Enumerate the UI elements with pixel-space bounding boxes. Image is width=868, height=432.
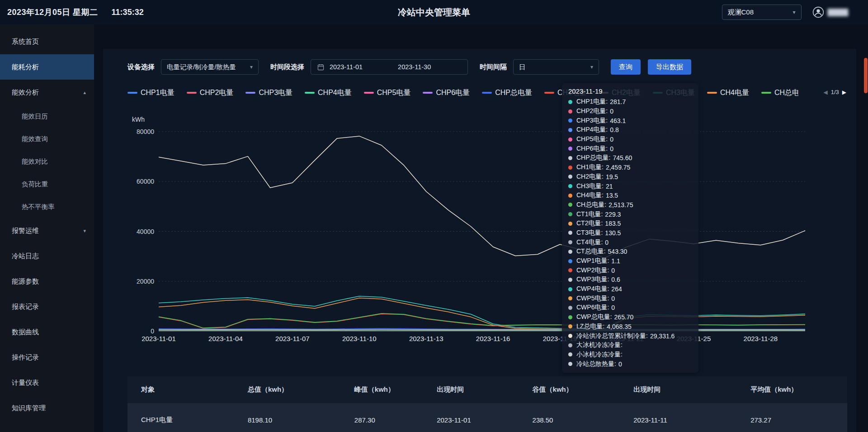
legend-item-chp4[interactable]: CHP4电量 bbox=[305, 88, 352, 98]
legend-item-chp6[interactable]: CHP6电量 bbox=[423, 88, 470, 98]
series-dot-icon bbox=[568, 362, 572, 366]
svg-text:2023-11-01: 2023-11-01 bbox=[142, 335, 176, 342]
sidebar-item-station-log[interactable]: 冷站日志 bbox=[0, 243, 94, 269]
sidebar-item-label: 能效查询 bbox=[22, 135, 48, 143]
sidebar-item-label: 数据曲线 bbox=[12, 328, 39, 337]
series-line-icon bbox=[761, 92, 771, 94]
legend-item-chp3[interactable]: CHP3电量 bbox=[245, 88, 292, 98]
line-chart[interactable]: kWh 0200004000060000800002023-11-012023-… bbox=[103, 117, 856, 347]
sidebar-item-label: 报表记录 bbox=[12, 303, 39, 311]
column-header: 出现时间 bbox=[633, 385, 750, 394]
sidebar-item-operation-records[interactable]: 操作记录 bbox=[0, 345, 94, 370]
sidebar-item-report-records[interactable]: 报表记录 bbox=[0, 294, 94, 319]
svg-text:20000: 20000 bbox=[137, 278, 154, 285]
user-account[interactable]: █████. bbox=[812, 6, 849, 18]
legend-pager-text: 1/3 bbox=[831, 89, 839, 95]
series-line-icon bbox=[245, 92, 255, 94]
svg-text:0: 0 bbox=[151, 328, 154, 335]
column-header: 谷值（kwh） bbox=[533, 385, 634, 394]
chevron-up-icon: ▴ bbox=[83, 90, 86, 95]
sidebar-item-home[interactable]: 系统首页 bbox=[0, 29, 94, 54]
current-time: 11:35:32 bbox=[112, 8, 144, 17]
interval-select-value: 日 bbox=[519, 63, 526, 71]
series-line-icon bbox=[305, 92, 315, 94]
sidebar-group-alarm-ops[interactable]: 报警运维▾ bbox=[0, 218, 94, 243]
sidebar-item-efficiency-compare[interactable]: 能效对比 bbox=[0, 150, 94, 173]
legend-item-ch1[interactable]: CH1电量 bbox=[544, 88, 586, 98]
sidebar-item-label: 操作记录 bbox=[12, 353, 39, 362]
series-line-icon bbox=[482, 92, 492, 94]
table-cell: 273.27 bbox=[750, 416, 834, 424]
sidebar-item-heat-imbalance[interactable]: 热不平衡率 bbox=[0, 195, 94, 218]
svg-text:60000: 60000 bbox=[137, 178, 154, 185]
column-header: 平均值（kwh） bbox=[750, 385, 834, 394]
sidebar-item-label: 能耗分析 bbox=[12, 63, 39, 71]
period-select-label: 时间段选择 bbox=[270, 63, 304, 71]
sidebar-item-label: 能效日历 bbox=[22, 112, 48, 121]
table-header-row: 对象 总值（kwh） 峰值（kwh） 出现时间 谷值（kwh） 出现时间 平均值… bbox=[127, 376, 847, 403]
sidebar-item-efficiency-calendar[interactable]: 能效日历 bbox=[0, 105, 94, 128]
series-dot-icon bbox=[568, 109, 572, 114]
station-select[interactable]: 观澜C08 ▾ bbox=[722, 5, 802, 20]
chart-legend: CHP1电量 CHP2电量 CHP3电量 CHP4电量 CHP5电量 CHP6电… bbox=[127, 87, 798, 99]
sidebar-item-data-curves[interactable]: 数据曲线 bbox=[0, 319, 94, 345]
series-dot-icon bbox=[568, 100, 572, 104]
sidebar-item-label: 系统首页 bbox=[12, 38, 39, 46]
interval-select[interactable]: 日 ▾ bbox=[513, 59, 599, 75]
legend-item-ch2[interactable]: CH2电量 bbox=[599, 88, 641, 98]
legend-item-chp5[interactable]: CHP5电量 bbox=[364, 88, 411, 98]
vertical-scrollbar-thumb[interactable] bbox=[864, 58, 868, 93]
table-cell: 287.30 bbox=[354, 416, 437, 424]
date-range-picker[interactable]: 2023-11-01 2023-11-30 bbox=[311, 59, 468, 75]
legend-item-ch4[interactable]: CH4电量 bbox=[707, 88, 749, 98]
sidebar-item-energy-params[interactable]: 能源参数 bbox=[0, 269, 94, 294]
query-button[interactable]: 查询 bbox=[611, 59, 641, 75]
device-select[interactable]: 电量记录/制冷量/散热量 ▾ bbox=[161, 59, 259, 75]
chevron-down-icon: ▾ bbox=[83, 228, 86, 234]
export-data-button[interactable]: 导出数据 bbox=[648, 59, 691, 75]
sidebar-item-efficiency-query[interactable]: 能效查询 bbox=[0, 128, 94, 150]
station-select-value: 观澜C08 bbox=[728, 8, 754, 17]
tooltip-item: 冷站总散热量:0 bbox=[568, 359, 692, 369]
sidebar-item-energy-consumption[interactable]: 能耗分析 bbox=[0, 54, 94, 80]
svg-text:2023-11-25: 2023-11-25 bbox=[677, 335, 711, 342]
date-end-value[interactable]: 2023-11-30 bbox=[398, 63, 431, 71]
sidebar-item-label: 知识库管理 bbox=[12, 404, 46, 413]
sidebar-item-load-ratio[interactable]: 负荷比重 bbox=[0, 173, 94, 195]
series-line-icon bbox=[653, 92, 663, 94]
sidebar-nav: 系统首页 能耗分析 能效分析▴ 能效日历 能效查询 能效对比 负荷比重 热不平衡… bbox=[0, 24, 94, 432]
device-select-label: 设备选择 bbox=[127, 63, 155, 71]
series-line-icon bbox=[187, 92, 197, 94]
legend-item-chp-total[interactable]: CHP总电量 bbox=[482, 88, 532, 98]
svg-text:2023-11-10: 2023-11-10 bbox=[342, 335, 377, 342]
sidebar-item-metering-instruments[interactable]: 计量仪表 bbox=[0, 370, 94, 395]
legend-item-ch3[interactable]: CH3电量 bbox=[653, 88, 695, 98]
sidebar-item-label: 负荷比重 bbox=[22, 180, 48, 189]
column-header: 出现时间 bbox=[437, 385, 532, 394]
sidebar-item-label: 报警运维 bbox=[12, 227, 39, 235]
series-dot-icon bbox=[568, 352, 572, 356]
legend-next-icon[interactable]: ▶ bbox=[842, 89, 846, 95]
date-start-value[interactable]: 2023-11-01 bbox=[330, 63, 363, 71]
legend-prev-icon[interactable]: ◀ bbox=[823, 89, 827, 95]
user-avatar-icon bbox=[812, 6, 824, 18]
legend-item-chp1[interactable]: CHP1电量 bbox=[127, 88, 175, 98]
app-screen: 2023年12月05日 星期二 11:35:32 冷站中央管理菜单 观澜C08 … bbox=[0, 0, 868, 432]
sidebar-item-knowledge-base[interactable]: 知识库管理 bbox=[0, 395, 94, 421]
series-line-icon bbox=[707, 92, 717, 94]
svg-text:40000: 40000 bbox=[137, 228, 154, 235]
calendar-icon bbox=[317, 64, 324, 71]
column-header: 对象 bbox=[141, 385, 248, 394]
table-cell: 2023-11-01 bbox=[437, 416, 532, 424]
chart-canvas[interactable]: 0200004000060000800002023-11-012023-11-0… bbox=[103, 117, 856, 347]
tooltip-item: CHP2电量:0 bbox=[568, 107, 692, 116]
svg-text:2023-11-07: 2023-11-07 bbox=[275, 335, 310, 342]
content-panel: 设备选择 电量记录/制冷量/散热量 ▾ 时间段选择 2023-11-01 202… bbox=[103, 49, 856, 432]
legend-item-ch-total[interactable]: CH总电量 bbox=[761, 88, 798, 98]
sidebar-group-energy-efficiency[interactable]: 能效分析▴ bbox=[0, 80, 94, 105]
series-line-icon bbox=[423, 92, 433, 94]
header-right-group: 观澜C08 ▾ █████. bbox=[722, 5, 861, 20]
legend-item-chp2[interactable]: CHP2电量 bbox=[187, 88, 234, 98]
main-content: 设备选择 电量记录/制冷量/散热量 ▾ 时间段选择 2023-11-01 202… bbox=[94, 24, 868, 432]
svg-text:2023-11-13: 2023-11-13 bbox=[409, 335, 443, 342]
